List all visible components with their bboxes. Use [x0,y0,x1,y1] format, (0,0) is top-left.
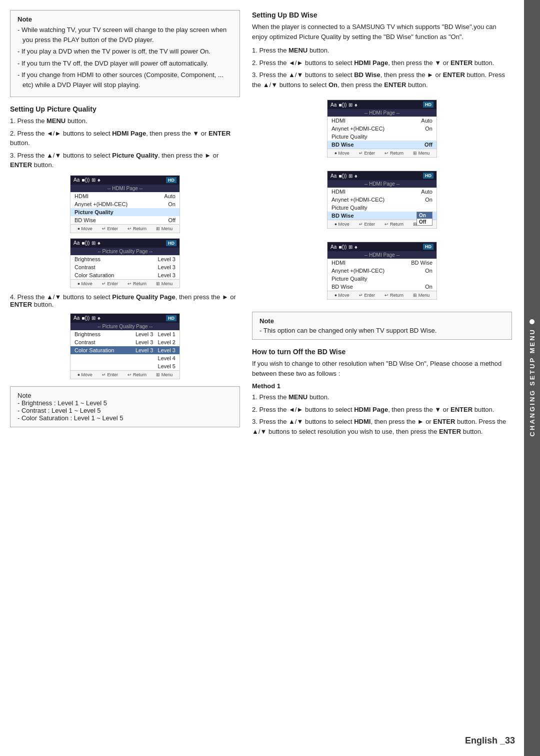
menu-row-colorsat-3: Color SaturationLevel 3 Level 3 [70,346,180,354]
bd-header-3: Aa■())⊞♠ HD [328,242,436,251]
bd-subheader-2: -- HDMI Page -- [328,180,436,188]
sidebar-label: CHANGING SETUP MENU [528,328,536,436]
bd-row-pq-2: Picture Quality [328,204,436,212]
picture-step-3: 3. Press the ▲/▼ buttons to select Pictu… [10,151,240,170]
bd-row-hdmi-2: HDMIAuto [328,188,436,196]
note-item-4: - If you change from HDMI to other sourc… [18,70,232,90]
pq-rows-container: BrightnessLevel 3 Level 1 ContrastLevel … [70,330,180,370]
top-note-list: - While watching TV, your TV screen will… [18,25,232,90]
page-footer: English _33 [465,735,515,746]
menu-row-brightness-3: BrightnessLevel 3 Level 1 [70,330,180,338]
picture-step-2: 2. Press the ◄/► buttons to select HDMI … [10,129,240,148]
bottom-note-box: Note - Brightness : Level 1 ~ Level 5 - … [10,386,240,427]
menu-row-pq-1: Picture Quality [70,208,180,216]
menu-footer-1: ● Move↵ Enter↩ Return⊞ Menu [70,224,180,233]
bd-footer-3: ● Move↵ Enter↩ Return⊞ Menu [328,291,436,299]
menu-icons-1: Aa ■()) ⊞ ♠ [74,177,100,183]
menu-subheader-3: -- Picture Quality Page -- [70,323,180,330]
sidebar: CHANGING SETUP MENU [524,0,540,756]
sidebar-dot [530,319,534,324]
bd-hd-3: HD [423,244,434,250]
bd-step-3: 3. Press the ▲/▼ buttons to select BD Wi… [252,70,512,90]
left-column: Note - While watching TV, your TV screen… [10,10,240,441]
bd-header-2: Aa■())⊞♠ HD [328,171,436,180]
menu-row-anynet-1: Anynet +(HDMI-CEC)On [70,200,180,208]
hd-badge-2: HD [166,240,176,246]
menu-header-1: Aa ■()) ⊞ ♠ HD [70,176,180,185]
menu-footer-2: ● Move↵ Enter↩ Return⊞ Menu [70,279,180,288]
menu-screen-hdmi: Aa ■()) ⊞ ♠ HD -- HDMI Page -- HDMIAuto … [70,175,180,233]
bottom-note-title: Note [18,392,232,399]
bd-subheader-1: -- HDMI Page -- [328,109,436,117]
bd-header-1: Aa■())⊞♠ HD [328,100,436,109]
picture-step-1: 1. Press the MENU button. [10,116,240,126]
menu-screen-pq-dropdown: Aa■())⊞♠ HD -- Picture Quality Page -- B… [70,313,180,379]
note-item-3: - If you turn the TV off, the DVD player… [18,59,232,69]
method1-step-3: 3. Press the ▲/▼ buttons to select HDMI,… [252,417,512,436]
bd-row-hdmi-1: HDMIAuto [328,117,436,125]
bd-wise-title: Setting Up BD Wise [252,11,512,19]
menu-header-2: Aa■())⊞♠ HD [70,239,180,248]
menu-subheader-2: -- Picture Quality Page -- [70,248,180,255]
bd-menu-screen-3: Aa■())⊞♠ HD -- HDMI Page -- HDMIBD Wise … [327,242,437,300]
right-note-text: - This option can be changed only when T… [260,327,504,334]
bottom-note-item-1: - Brightness : Level 1 ~ Level 5 [18,399,232,407]
bd-screens-group: Aa■())⊞♠ HD -- HDMI Page -- HDMIAuto Any… [252,95,512,305]
step4-text: 4. Press the ▲/▼ buttons to select Pictu… [10,293,240,308]
bd-footer-1: ● Move↵ Enter↩ Return⊞ Menu [328,149,436,157]
menu-footer-3: ● Move↵ Enter↩ Return⊞ Menu [70,370,180,379]
page: CHANGING SETUP MENU Note - While watchin… [0,0,540,756]
menu-header-3: Aa■())⊞♠ HD [70,314,180,323]
how-to-title: How to turn Off the BD Wise [252,348,512,356]
bd-step-1: 1. Press the MENU button. [252,46,512,56]
bd-step-2: 2. Press the ◄/► buttons to select HDMI … [252,58,512,68]
method1-step-1: 1. Press the MENU button. [252,392,512,402]
menu-row-colorsat-2: Color SaturationLevel 3 [70,271,180,279]
menu-row-hdmi-1: HDMIAuto [70,192,180,200]
menu-icons-3: Aa■())⊞♠ [74,315,100,321]
method1-steps: 1. Press the MENU button. 2. Press the ◄… [252,392,512,436]
bd-hd-2: HD [423,173,434,179]
menu-row-level5: Level 5 [70,362,180,370]
bd-row-pq-3: Picture Quality [328,275,436,283]
main-content: Note - While watching TV, your TV screen… [10,10,512,441]
right-note-title: Note [260,317,504,325]
menu-row-bdwise-1: BD WiseOff [70,216,180,224]
how-to-section: How to turn Off the BD Wise If you wish … [252,348,512,436]
bottom-note-item-2: - Contrast : Level 1 ~ Level 5 [18,407,232,414]
picture-quality-section: Setting Up Picture Quality 1. Press the … [10,105,240,379]
bd-subheader-3: -- HDMI Page -- [328,251,436,259]
menu-icons-2: Aa■())⊞♠ [74,240,100,246]
menu-row-level4: Level 4 [70,354,180,362]
bd-row-anynet-2: Anynet +(HDMI-CEC)On [328,196,436,204]
bd-icons-3: Aa■())⊞♠ [330,244,358,250]
hd-badge-3: HD [166,315,176,321]
menu-screen-pq: Aa■())⊞♠ HD -- Picture Quality Page -- B… [70,238,180,288]
bd-row-bdwise-1: BD WiseOff [328,141,436,149]
menu-row-brightness-2: BrightnessLevel 3 [70,255,180,263]
bottom-note-item-3: - Color Saturation : Level 1 ~ Level 5 [18,414,232,422]
bd-row-hdmi-3: HDMIBD Wise [328,259,436,267]
bd-wise-section: Setting Up BD Wise When the player is co… [252,11,512,305]
bd-menu-screen-2: Aa■())⊞♠ HD -- HDMI Page -- HDMIAuto Any… [327,171,437,229]
bd-icons-2: Aa■())⊞♠ [330,173,358,179]
bd-row-anynet-3: Anynet +(HDMI-CEC)On [328,267,436,275]
bd-row-anynet-1: Anynet +(HDMI-CEC)On [328,125,436,133]
bd-row-pq-1: Picture Quality [328,133,436,141]
bottom-note-list: - Brightness : Level 1 ~ Level 5 - Contr… [18,399,232,422]
method1-title: Method 1 [252,382,512,390]
menu-row-contrast-3: ContrastLevel 3 Level 2 [70,338,180,346]
bd-menu-screen-1: Aa■())⊞♠ HD -- HDMI Page -- HDMIAuto Any… [327,100,437,158]
picture-quality-title: Setting Up Picture Quality [10,105,240,113]
bd-icons-1: Aa■())⊞♠ [330,102,358,108]
how-to-intro: If you wish to change to other resolutio… [252,359,512,378]
note-item-2: - If you play a DVD when the TV power is… [18,47,232,57]
note-item-1: - While watching TV, your TV screen will… [18,25,232,45]
bd-dropdown: On Off [416,212,432,226]
top-note-box: Note - While watching TV, your TV screen… [10,10,240,97]
bd-row-bdwise-2: BD Wise On On Off [328,212,436,220]
bd-wise-intro: When the player is connected to a SAMSUN… [252,22,512,42]
hd-badge-1: HD [166,177,176,183]
top-note-title: Note [18,16,232,23]
menu-row-contrast-2: ContrastLevel 3 [70,263,180,271]
